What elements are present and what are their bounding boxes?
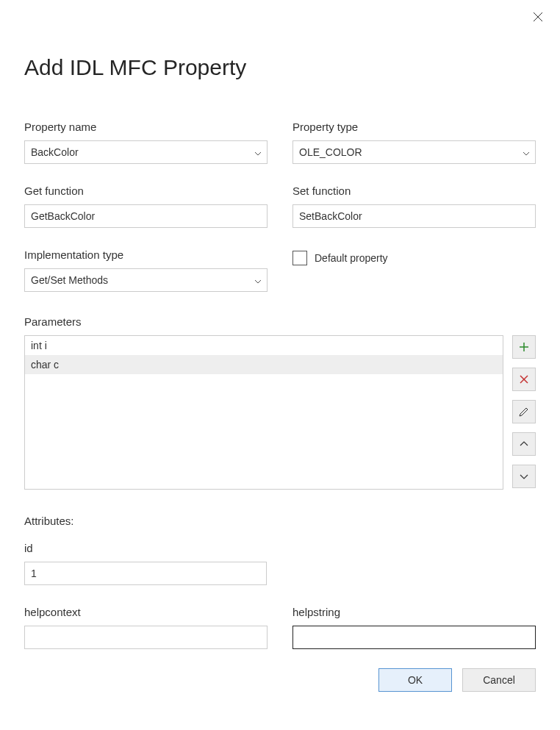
chevron-up-icon [518, 438, 530, 450]
helpstring-input[interactable] [292, 626, 536, 649]
ok-button[interactable]: OK [378, 668, 452, 692]
implementation-type-label: Implementation type [24, 248, 268, 261]
helpcontext-input[interactable] [24, 626, 268, 649]
close-icon [533, 12, 543, 22]
default-property-label: Default property [315, 252, 388, 264]
move-down-button[interactable] [512, 465, 536, 488]
list-item[interactable]: int i [25, 336, 503, 355]
chevron-down-icon [518, 470, 530, 482]
property-type-label: Property type [292, 121, 536, 133]
x-icon [518, 373, 530, 385]
get-function-input[interactable] [24, 204, 268, 228]
parameters-list[interactable]: int ichar c [24, 335, 503, 490]
attributes-label: Attributes: [24, 515, 536, 527]
add-parameter-button[interactable] [512, 335, 536, 359]
plus-icon [518, 341, 530, 353]
remove-parameter-button[interactable] [512, 368, 536, 391]
edit-parameter-button[interactable] [512, 400, 536, 423]
cancel-button[interactable]: Cancel [462, 668, 536, 692]
helpstring-label: helpstring [292, 606, 536, 618]
id-input[interactable] [24, 562, 267, 585]
implementation-type-combo[interactable] [24, 268, 268, 292]
helpcontext-label: helpcontext [24, 606, 268, 618]
set-function-input[interactable] [292, 204, 536, 228]
parameters-label: Parameters [24, 315, 536, 328]
property-name-combo[interactable] [24, 140, 268, 164]
id-label: id [24, 542, 267, 554]
get-function-label: Get function [24, 185, 268, 197]
list-item[interactable]: char c [25, 355, 503, 374]
default-property-checkbox[interactable] [292, 251, 307, 265]
move-up-button[interactable] [512, 432, 536, 456]
pencil-icon [518, 406, 530, 418]
dialog-title: Add IDL MFC Property [24, 55, 536, 80]
property-type-combo[interactable] [292, 140, 536, 164]
property-name-label: Property name [24, 121, 268, 133]
set-function-label: Set function [292, 185, 536, 197]
close-button[interactable] [531, 10, 545, 24]
